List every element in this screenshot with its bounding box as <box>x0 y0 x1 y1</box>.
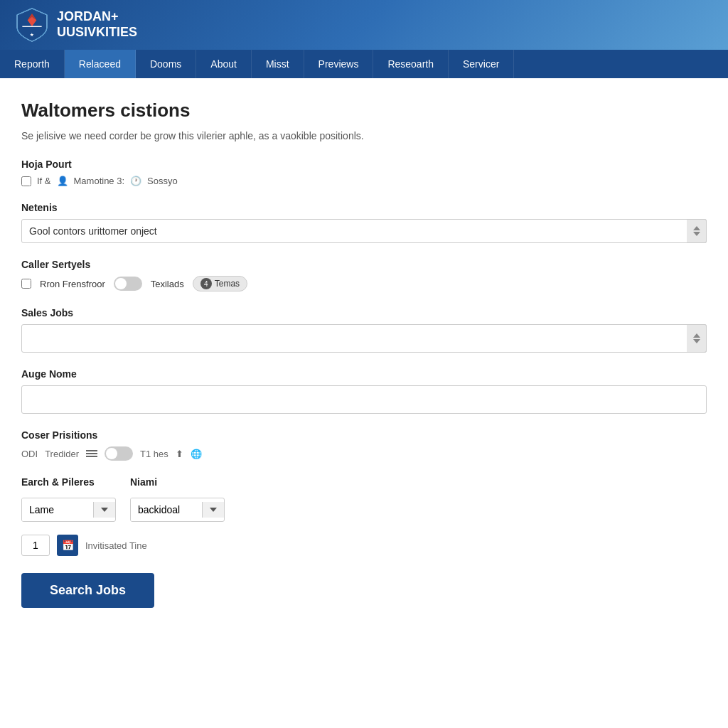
nav-item-relaceed[interactable]: Relaceed <box>65 50 136 78</box>
earch-pileres-dropdown-container: Lame Option 2 Option 3 <box>21 498 116 522</box>
invitisated-row: 📅 Invitisated Tine <box>21 535 707 556</box>
hamburger-icon[interactable] <box>86 450 97 457</box>
globe-icon: 🌐 <box>191 449 202 459</box>
niami-label: Niami <box>130 476 225 488</box>
caller-sertyels-section: Caller Sertyels Rron Frensfroor Texilads… <box>21 259 707 291</box>
logo-container: ★ JORDAN+ UUSIVKITIES <box>14 7 137 43</box>
hoja-pourt-label: Hoja Pourt <box>21 159 707 170</box>
person-icon: 👤 <box>57 176 68 186</box>
invitisated-num-input[interactable] <box>21 535 50 556</box>
netenis-label: Netenis <box>21 202 707 213</box>
caller-checkbox-label: Rron Frensfroor <box>40 279 105 289</box>
niami-dropdown-container: backidoal Option 2 Option 3 <box>130 498 225 522</box>
hoja-clock-icon: 🕐 <box>130 176 141 186</box>
main-nav: Reporth Relaceed Dooms About Misst Previ… <box>0 50 728 78</box>
sales-jobs-spinner-down[interactable] <box>693 339 700 343</box>
search-jobs-button[interactable]: Search Jobs <box>21 573 154 608</box>
temas-badge: 4 Temas <box>193 276 247 291</box>
sales-jobs-spinner-up[interactable] <box>693 333 700 338</box>
logo-icon: ★ <box>14 7 50 43</box>
main-content: Waltomers cistions Se jelisive we need c… <box>0 78 728 636</box>
netenis-section: Netenis Gool contors urittomer onject <box>21 202 707 243</box>
netenis-dropdown-container: Gool contors urittomer onject <box>21 219 707 243</box>
nav-item-reporth[interactable]: Reporth <box>0 50 65 78</box>
page-title: Waltomers cistions <box>21 100 707 122</box>
earch-pileres-select[interactable]: Lame Option 2 Option 3 <box>22 498 93 521</box>
caller-sertyels-label: Caller Sertyels <box>21 259 707 270</box>
page-description: Se jelisive we need corder be grow this … <box>21 130 707 141</box>
sales-jobs-section: Sales Jobs <box>21 307 707 353</box>
arrow-up-icon: ⬆ <box>176 449 183 459</box>
coser-toggle[interactable] <box>105 446 133 461</box>
sales-jobs-input[interactable] <box>21 324 707 353</box>
logo-text: JORDAN+ UUSIVKITIES <box>57 9 137 40</box>
t1hes-label: T1 hes <box>140 449 168 459</box>
auge-nome-label: Auge Nome <box>21 368 707 380</box>
coser-prisitions-label: Coser Prisitions <box>21 429 707 441</box>
niami-select[interactable]: backidoal Option 2 Option 3 <box>131 498 202 521</box>
texilads-toggle-slider <box>114 277 142 291</box>
nav-item-reseoarth[interactable]: Reseoarth <box>373 50 449 78</box>
coser-toggle-slider <box>105 446 133 461</box>
hoja-mamotine-label: Mamotine 3: <box>74 176 125 186</box>
calendar-icon: 📅 <box>62 540 74 551</box>
hoja-sossyo-label: Sossyo <box>147 176 178 186</box>
caller-row: Rron Frensfroor Texilads 4 Temas <box>21 276 707 291</box>
header: ★ JORDAN+ UUSIVKITIES <box>0 0 728 50</box>
niami-dropdown-btn[interactable] <box>202 502 224 518</box>
tredider-label: Tredider <box>45 449 79 459</box>
temas-num: 4 <box>200 278 212 289</box>
earch-pileres-field: Earch & Pileres Lame Option 2 Option 3 <box>21 476 116 522</box>
hamburger-line-3 <box>86 456 97 457</box>
netenis-spinner-up[interactable] <box>693 226 700 230</box>
nav-item-previews[interactable]: Previews <box>304 50 374 78</box>
hamburger-line-2 <box>86 453 97 454</box>
hoja-checkbox[interactable] <box>21 176 31 186</box>
niami-field: Niami backidoal Option 2 Option 3 <box>130 476 225 522</box>
texilads-toggle[interactable] <box>114 277 142 291</box>
earch-pileres-dropdown-btn[interactable] <box>93 502 115 518</box>
nav-item-dooms[interactable]: Dooms <box>136 50 196 78</box>
sales-jobs-container <box>21 324 707 353</box>
netenis-spinner-down[interactable] <box>693 232 700 236</box>
earch-pileres-label: Earch & Pileres <box>21 476 116 488</box>
auge-nome-input[interactable] <box>21 385 707 414</box>
calendar-button[interactable]: 📅 <box>57 535 78 556</box>
earch-pileres-chevron-icon <box>101 508 108 512</box>
temas-label: Temas <box>215 279 240 289</box>
hamburger-line-1 <box>86 450 97 451</box>
coser-prisitions-section: Coser Prisitions ODI Tredider T1 hes ⬆ 🌐 <box>21 429 707 461</box>
netenis-spinner[interactable] <box>687 219 707 243</box>
texilads-label: Texilads <box>151 279 184 289</box>
hoja-pourt-section: Hoja Pourt If & 👤 Mamotine 3: 🕐 Sossyo <box>21 159 707 186</box>
nav-item-servicer[interactable]: Servicer <box>449 50 514 78</box>
hoja-if-label: If & <box>37 176 51 186</box>
odi-label: ODI <box>21 449 38 459</box>
niami-chevron-icon <box>210 508 217 512</box>
nav-item-about[interactable]: About <box>196 50 252 78</box>
invitisated-label: Invitisated Tine <box>85 540 147 551</box>
coser-row: ODI Tredider T1 hes ⬆ 🌐 <box>21 446 707 461</box>
auge-nome-section: Auge Nome <box>21 368 707 414</box>
hoja-pourt-row: If & 👤 Mamotine 3: 🕐 Sossyo <box>21 176 707 186</box>
netenis-select[interactable]: Gool contors urittomer onject <box>21 219 707 243</box>
caller-checkbox[interactable] <box>21 279 31 289</box>
two-col-row: Earch & Pileres Lame Option 2 Option 3 N… <box>21 476 707 522</box>
nav-item-misst[interactable]: Misst <box>252 50 304 78</box>
sales-jobs-label: Sales Jobs <box>21 307 707 318</box>
sales-jobs-spinner[interactable] <box>687 324 707 353</box>
